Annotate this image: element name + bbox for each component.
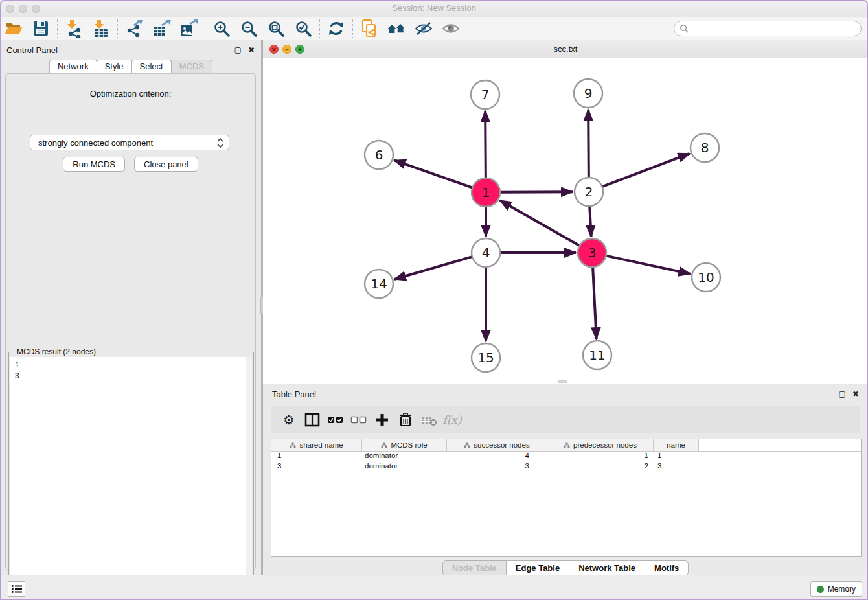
node-11[interactable]: 11 [583,341,611,369]
export-table-icon[interactable] [152,19,171,38]
edge-3-11[interactable] [593,267,597,339]
mcds-result-box: MCDS result (2 nodes) 13 [8,352,254,597]
edge-2-3[interactable] [589,206,591,237]
node-7[interactable]: 7 [471,80,499,109]
column-header-name[interactable]: name [654,439,699,451]
tab-node-table[interactable]: Node Table [442,560,507,576]
svg-text:4: 4 [482,245,490,260]
table-tabs: Node Table Edge Table Network Table Moti… [263,560,868,576]
show-all-icon[interactable] [441,19,461,38]
task-history-button[interactable] [8,581,25,597]
close-panel-button[interactable]: Close panel [134,157,198,172]
table-panel-close-icon[interactable]: ✖ [852,389,859,398]
table-cell[interactable]: dominator [362,452,447,462]
edge-2-8[interactable] [602,154,690,187]
table-row[interactable]: 1dominator411 [271,452,861,462]
shared-column-icon [564,442,570,448]
column-header-shared-name[interactable]: shared name [271,439,362,451]
node-6[interactable]: 6 [365,141,393,169]
column-header-mcds-role[interactable]: MCDS role [362,439,447,451]
table-cell[interactable]: 3 [271,462,362,472]
column-header-successor-nodes[interactable]: successor nodes [447,439,547,451]
table-cell[interactable]: 1 [547,452,654,462]
svg-text:9: 9 [584,86,593,101]
delete-row-icon[interactable] [394,408,417,432]
node-2[interactable]: 2 [575,178,603,206]
edge-4-14[interactable] [394,257,472,279]
memory-button[interactable]: Memory [810,581,862,597]
edge-3-10[interactable] [606,256,691,274]
edge-1-6[interactable] [394,160,473,187]
mcds-result-text[interactable]: 13 [10,357,252,595]
tab-mcds[interactable]: MCDS [171,60,212,73]
table-cell[interactable]: 4 [447,452,547,462]
table-row[interactable]: 3dominator323 [271,462,861,472]
zoom-in-icon[interactable] [212,19,231,38]
search-input[interactable] [691,24,861,33]
node-10[interactable]: 10 [692,263,720,292]
zoom-selected-icon[interactable] [293,19,313,38]
node-3[interactable]: 3 [578,238,606,267]
svg-text:3: 3 [588,245,597,260]
table-cell[interactable]: dominator [362,462,447,472]
edge-3-1[interactable] [500,200,580,246]
network-graph[interactable]: 1234678910111415 [263,58,868,384]
shared-column-icon [381,442,387,448]
show-columns-icon[interactable] [301,408,324,432]
import-network-icon[interactable] [64,19,84,38]
column-header-predecessor-nodes[interactable]: predecessor nodes [547,439,654,451]
tab-network-table[interactable]: Network Table [569,560,645,576]
first-neighbors-icon[interactable] [387,19,406,38]
tab-select[interactable]: Select [131,60,172,73]
node-4[interactable]: 4 [472,238,500,267]
optimization-criterion-select[interactable]: strongly connected component [30,135,229,150]
zoom-out-icon[interactable] [239,19,258,38]
select-all-icon[interactable] [324,408,347,432]
table-cell[interactable]: 3 [447,462,547,472]
edge-1-7[interactable] [485,111,486,178]
search-box[interactable] [674,21,862,36]
network-resize-grip[interactable] [558,380,567,383]
hide-selected-icon[interactable] [414,19,433,38]
open-session-icon[interactable] [4,19,23,38]
add-row-icon[interactable] [371,408,394,432]
tab-network[interactable]: Network [49,60,97,73]
memory-status-icon [817,586,824,593]
window-title: Session: New Session [0,3,868,13]
node-14[interactable]: 14 [365,270,393,298]
export-network-icon[interactable] [124,19,144,38]
deselect-all-icon[interactable] [347,408,371,432]
control-panel-title: Control Panel [6,45,58,55]
search-icon [680,24,689,33]
edge-2-9[interactable] [588,110,589,178]
status-bar: Memory [0,575,868,600]
control-panel-float-icon[interactable]: ▢ [234,45,242,54]
result-scrollbar[interactable] [246,357,252,595]
table-cell[interactable]: 1 [271,452,362,462]
table-cell[interactable]: 3 [654,462,699,472]
zoom-fit-icon[interactable] [266,19,286,38]
table-cell[interactable]: 2 [547,462,654,472]
node-15[interactable]: 15 [472,343,500,372]
tab-style[interactable]: Style [97,60,132,73]
refresh-icon[interactable] [326,19,346,38]
node-table: shared name MCDS role successor nodes pr… [271,439,862,557]
run-mcds-button[interactable]: Run MCDS [63,157,125,172]
svg-text:11: 11 [589,347,605,363]
edge-1-2[interactable] [500,192,573,192]
table-settings-icon[interactable]: ⚙ [277,408,301,432]
table-cell[interactable]: 1 [654,452,699,462]
control-panel-close-icon[interactable]: ✖ [248,45,255,54]
tab-edge-table[interactable]: Edge Table [507,560,569,576]
save-session-icon[interactable] [31,19,51,38]
export-image-icon[interactable] [179,19,198,38]
tab-motifs[interactable]: Motifs [645,560,689,576]
table-panel-float-icon[interactable]: ▢ [839,389,846,398]
node-9[interactable]: 9 [574,79,602,108]
node-8[interactable]: 8 [691,133,719,162]
node-1[interactable]: 1 [472,178,500,207]
import-table-icon[interactable] [91,19,111,38]
duplicate-network-icon[interactable] [360,19,379,38]
svg-text:8: 8 [701,140,709,156]
network-canvas[interactable]: 1234678910111415 [263,58,868,384]
